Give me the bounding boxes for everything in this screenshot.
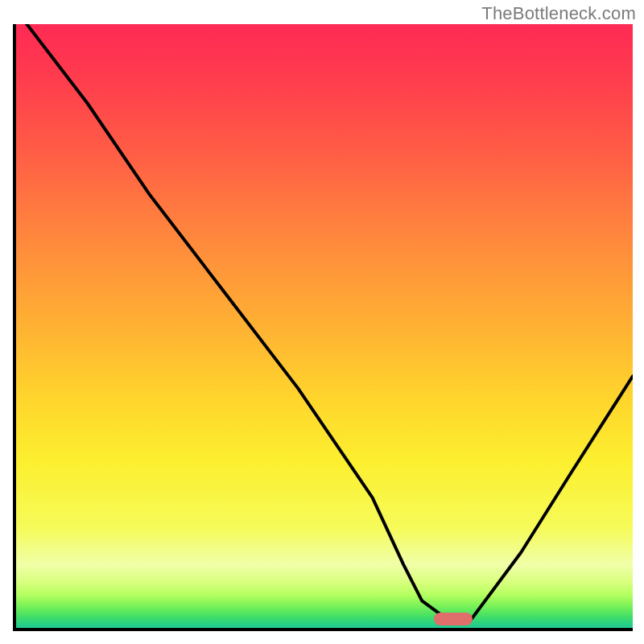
chart-frame: TheBottleneck.com xyxy=(0,0,644,644)
bottleneck-curve xyxy=(13,24,633,631)
gradient-plot-background xyxy=(13,24,633,631)
watermark-text: TheBottleneck.com xyxy=(481,3,636,24)
curve-path xyxy=(13,24,633,619)
optimal-point-marker xyxy=(434,613,473,625)
